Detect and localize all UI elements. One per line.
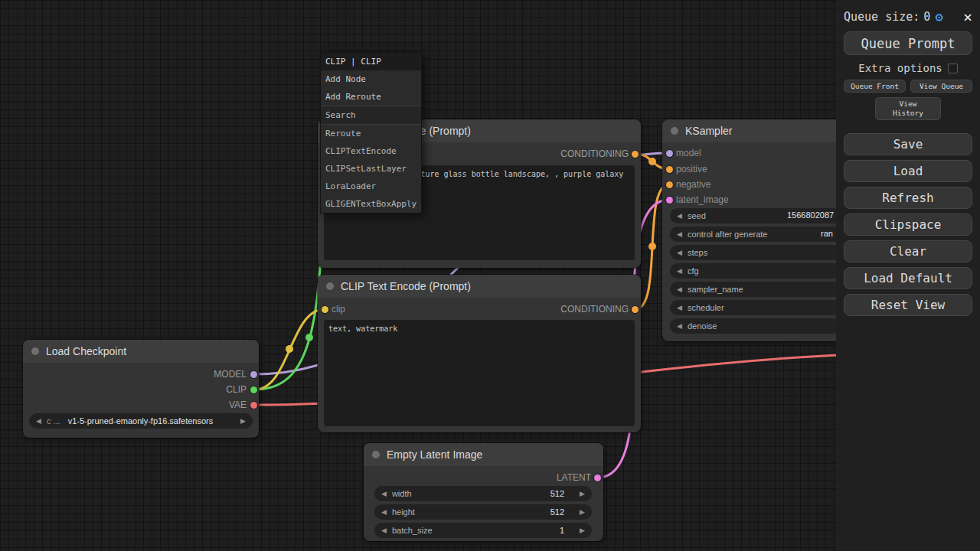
input-label-negative: negative <box>676 179 710 190</box>
widget-next-icon[interactable]: ▶ <box>240 417 246 425</box>
context-menu-add-node[interactable]: Add Node <box>321 70 421 88</box>
reset-view-button[interactable]: Reset View <box>844 294 972 316</box>
widget-label: c ... <box>47 416 60 425</box>
context-menu-entry-loraloader[interactable]: LoraLoader <box>321 178 421 195</box>
link-midpoint-dot[interactable] <box>648 243 656 250</box>
widget-label: denoise <box>688 321 717 331</box>
link-midpoint-dot[interactable] <box>648 158 656 165</box>
node-status-dot <box>31 347 39 355</box>
output-label-model: MODEL <box>214 369 247 380</box>
queue-size-label: Queue size: <box>844 10 920 24</box>
load-default-button[interactable]: Load Default <box>844 267 972 289</box>
node-title: Empty Latent Image <box>387 448 482 461</box>
context-menu-entry-reroute[interactable]: Reroute <box>321 125 421 142</box>
context-menu: CLIP | CLIP Add Node Add Reroute Search … <box>320 52 422 214</box>
link-midpoint-dot[interactable] <box>305 334 313 341</box>
output-label-clip: CLIP <box>226 384 247 395</box>
close-icon[interactable]: × <box>963 9 972 24</box>
input-label-positive: positive <box>676 164 707 174</box>
widget-value: 512 <box>550 507 580 517</box>
output-label-latent: LATENT <box>557 472 591 483</box>
refresh-button[interactable]: Refresh <box>844 187 972 209</box>
context-menu-title: CLIP | CLIP <box>321 53 421 70</box>
widget-prev-icon[interactable]: ◀ <box>677 212 682 220</box>
widget-prev-icon[interactable]: ◀ <box>381 490 387 497</box>
link-clip-to-positive <box>255 157 323 390</box>
widget-prev-icon[interactable]: ◀ <box>677 322 682 330</box>
output-dot-clip[interactable] <box>250 386 257 393</box>
widget-prev-icon[interactable]: ◀ <box>677 304 682 311</box>
output-dot-vae[interactable] <box>250 402 257 409</box>
input-dot-model[interactable] <box>666 150 673 157</box>
widget-ckpt-name[interactable]: ◀ c ... v1-5-pruned-emaonly-fp16.safeten… <box>29 413 253 429</box>
comfy-menu: Queue size: 0 ⚙ × Queue Prompt Extra opt… <box>836 0 980 551</box>
input-label-clip: clip <box>332 304 345 315</box>
widget-prev-icon[interactable]: ◀ <box>36 417 41 425</box>
extra-options-checkbox[interactable] <box>948 64 958 73</box>
widget-prev-icon[interactable]: ◀ <box>677 249 682 256</box>
comfyui-canvas: CLIP Text Encode (Prompt) clip CONDITION… <box>0 0 980 551</box>
context-menu-entry-gligentextboxapply[interactable]: GLIGENTextBoxApply <box>321 195 421 213</box>
node-empty-latent-image[interactable]: Empty Latent Image LATENT ◀ width 512 ▶ … <box>364 443 603 541</box>
save-button[interactable]: Save <box>844 133 972 155</box>
input-dot-latent-image[interactable] <box>666 197 673 204</box>
settings-gear-icon[interactable]: ⚙ <box>935 9 942 24</box>
output-label-vae: VAE <box>229 399 247 410</box>
widget-next-icon[interactable]: ▶ <box>580 490 585 497</box>
widget-prev-icon[interactable]: ◀ <box>677 285 682 293</box>
extra-options-label: Extra options <box>858 62 942 74</box>
context-menu-search[interactable]: Search <box>321 106 421 125</box>
widget-batch-size[interactable]: ◀ batch_size 1 ▶ <box>374 523 592 538</box>
input-dot-clip[interactable] <box>322 306 328 313</box>
queue-front-button[interactable]: Queue Front <box>844 80 906 93</box>
output-dot-latent[interactable] <box>594 474 601 481</box>
widget-label: batch_size <box>392 526 433 535</box>
input-label-model: model <box>676 148 701 158</box>
node-header[interactable]: Load Checkpoint <box>23 340 259 363</box>
node-header[interactable]: CLIP Text Encode (Prompt) <box>318 275 641 298</box>
clipspace-button[interactable]: Clipspace <box>844 214 972 236</box>
node-clip-text-encode-2[interactable]: CLIP Text Encode (Prompt) clip CONDITION… <box>318 275 641 432</box>
context-menu-entry-cliptextencode[interactable]: CLIPTextEncode <box>321 142 421 160</box>
widget-value: 1566802087 <box>787 210 834 220</box>
input-dot-positive[interactable] <box>666 166 673 173</box>
input-dot-negative[interactable] <box>666 181 673 188</box>
widget-label: height <box>392 507 415 517</box>
context-menu-entry-clipsetlastlayer[interactable]: CLIPSetLastLayer <box>321 160 421 178</box>
widget-label: steps <box>688 248 707 257</box>
node-status-dot <box>671 127 678 135</box>
output-dot-model[interactable] <box>250 371 257 378</box>
widget-height[interactable]: ◀ height 512 ▶ <box>374 504 592 520</box>
view-history-button[interactable]: View History <box>875 97 941 120</box>
node-header[interactable]: Empty Latent Image <box>364 443 603 466</box>
widget-width[interactable]: ◀ width 512 ▶ <box>374 486 592 501</box>
input-label-latent-image: latent_image <box>676 194 729 205</box>
output-label-conditioning: CONDITIONING <box>560 148 629 159</box>
view-queue-button[interactable]: View Queue <box>910 80 972 93</box>
widget-prev-icon[interactable]: ◀ <box>677 230 682 238</box>
link-midpoint-dot[interactable] <box>286 345 293 353</box>
widget-prev-icon[interactable]: ◀ <box>381 527 387 534</box>
widget-next-icon[interactable]: ▶ <box>580 527 585 534</box>
widget-label: control after generate <box>688 230 768 239</box>
node-title: Load Checkpoint <box>46 345 126 357</box>
output-dot-conditioning[interactable] <box>632 151 639 158</box>
node-title: CLIP Text Encode (Prompt) <box>341 280 471 292</box>
widget-label: sampler_name <box>688 285 743 294</box>
widget-prev-icon[interactable]: ◀ <box>677 267 682 275</box>
queue-prompt-button[interactable]: Queue Prompt <box>844 31 972 55</box>
clear-button[interactable]: Clear <box>844 240 972 262</box>
context-menu-add-reroute[interactable]: Add Reroute <box>321 88 421 106</box>
widget-prev-icon[interactable]: ◀ <box>381 508 387 516</box>
load-button[interactable]: Load <box>844 160 972 182</box>
node-load-checkpoint[interactable]: Load Checkpoint MODEL CLIP VAE ◀ c ... v… <box>23 340 259 438</box>
widget-label: seed <box>688 211 706 220</box>
negative-prompt-textarea[interactable]: text, watermark <box>324 320 635 426</box>
widget-value: ran <box>821 229 833 238</box>
widget-value: v1-5-pruned-emaonly-fp16.safetensors <box>68 416 214 425</box>
node-status-dot <box>326 282 334 290</box>
widget-label: scheduler <box>688 303 724 312</box>
output-dot-conditioning[interactable] <box>632 306 639 313</box>
widget-label: width <box>392 489 412 498</box>
widget-next-icon[interactable]: ▶ <box>580 508 585 516</box>
